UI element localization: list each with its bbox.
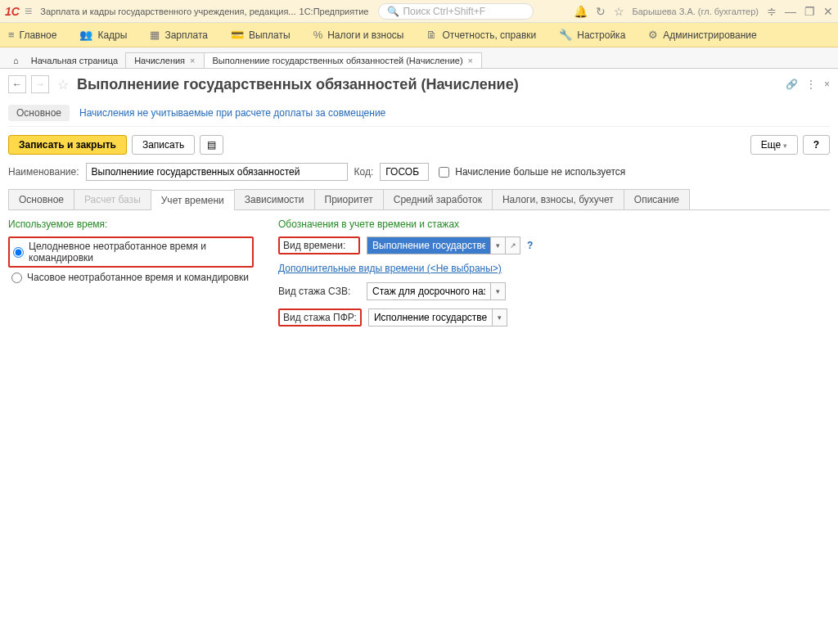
user-label[interactable]: Барышева З.А. (гл. бухгалтер) — [633, 7, 759, 16]
report-button[interactable]: ▤ — [200, 135, 223, 155]
settings-icon[interactable]: ≑ — [767, 5, 777, 18]
tab-content: Используемое время: Целодневное неотрабо… — [8, 210, 830, 644]
label-time-type: Вид времени: — [278, 236, 360, 254]
save-close-button[interactable]: Записать и закрыть — [8, 135, 127, 155]
window-tabs: ⌂ Начальная страница Начисления× Выполне… — [0, 47, 838, 69]
search-input[interactable]: 🔍 Поиск Ctrl+Shift+F — [378, 3, 534, 20]
menu-admin[interactable]: ⚙Администрирование — [648, 29, 756, 41]
label-pfr: Вид стажа ПФР: — [278, 308, 362, 327]
close-icon[interactable]: ✕ — [823, 5, 833, 18]
open-icon[interactable]: ↗ — [505, 237, 520, 254]
subnav-link[interactable]: Начисления не учитываемые при расчете до… — [79, 107, 385, 119]
code-label: Код: — [354, 166, 374, 178]
tab-time[interactable]: Учет времени — [151, 190, 235, 210]
search-icon: 🔍 — [387, 6, 399, 17]
row-pfr: Вид стажа ПФР: ▾ — [278, 308, 533, 327]
star-icon[interactable]: ☆ — [614, 5, 624, 18]
tab-main[interactable]: Основное — [8, 189, 74, 209]
tab-priority[interactable]: Приоритет — [314, 189, 384, 209]
menu-salary[interactable]: ▦Зарплата — [150, 29, 208, 41]
combo-time-type[interactable]: ▾ ↗ — [367, 236, 520, 254]
subnav: Основное Начисления не учитываемые при р… — [8, 100, 830, 127]
menu-reports[interactable]: 🗎Отчетность, справки — [426, 29, 536, 41]
history-icon[interactable]: ↻ — [596, 5, 606, 18]
name-input[interactable] — [86, 163, 348, 181]
bell-icon[interactable]: 🔔 — [574, 5, 588, 18]
home-icon: ⌂ — [13, 56, 19, 65]
save-button[interactable]: Записать — [132, 135, 195, 155]
dropdown-icon[interactable]: ▾ — [490, 237, 505, 254]
titlebar: 1C ≡ Зарплата и кадры государственного у… — [0, 0, 838, 23]
menu-hr[interactable]: 👥Кадры — [79, 29, 127, 41]
label-szv: Вид стажа СЗВ: — [278, 286, 360, 297]
page-header: ← → ☆ Выполнениие государственных обязан… — [8, 75, 830, 93]
close-page-icon[interactable]: × — [824, 79, 830, 90]
help-button[interactable]: ? — [803, 135, 830, 155]
tab-base[interactable]: Расчет базы — [74, 189, 151, 209]
app-title: Зарплата и кадры государственного учрежд… — [40, 7, 368, 16]
combo-szv[interactable]: ▾ — [367, 282, 506, 300]
close-icon[interactable]: × — [468, 56, 473, 65]
menu-payments[interactable]: 💳Выплаты — [231, 29, 291, 41]
kebab-icon[interactable]: ⋮ — [806, 79, 816, 90]
link-extra-time[interactable]: Дополнительные виды времени (<Не выбраны… — [278, 263, 502, 274]
form-line: Наименование: Код: Начисление больше не … — [8, 163, 830, 189]
forward-button[interactable]: → — [31, 75, 49, 93]
dropdown-icon[interactable]: ▾ — [492, 309, 507, 326]
link-icon[interactable]: 🔗 — [786, 79, 798, 90]
main-menu: ≡Главное 👥Кадры ▦Зарплата 💳Выплаты %Нало… — [0, 23, 838, 47]
logo-1c: 1C — [5, 5, 20, 18]
dropdown-icon[interactable]: ▾ — [490, 283, 505, 299]
combo-pfr[interactable]: ▾ — [368, 308, 507, 327]
maximize-icon[interactable]: ❐ — [804, 5, 815, 18]
unused-checkbox[interactable]: Начисление больше не используется — [435, 164, 625, 180]
radio-daily[interactable]: Целодневное неотработанное время и коман… — [8, 236, 254, 268]
toolbar: Записать и закрыть Записать ▤ Еще ? — [8, 127, 830, 163]
back-button[interactable]: ← — [8, 75, 26, 93]
hamburger-icon[interactable]: ≡ — [25, 4, 32, 19]
left-section-title: Используемое время: — [8, 218, 254, 230]
favorite-icon[interactable]: ☆ — [57, 77, 69, 92]
code-input[interactable] — [380, 163, 429, 181]
wintab-accruals[interactable]: Начисления× — [125, 52, 204, 68]
wintab-current[interactable]: Выполнениие государственных обязанностей… — [204, 52, 483, 68]
menu-taxes[interactable]: %Налоги и взносы — [313, 29, 404, 41]
menu-main[interactable]: ≡Главное — [8, 29, 56, 41]
tab-deps[interactable]: Зависимости — [234, 189, 315, 209]
menu-settings[interactable]: 🔧Настройка — [559, 29, 625, 41]
more-button[interactable]: Еще — [750, 135, 798, 155]
subnav-main[interactable]: Основное — [8, 105, 70, 121]
wintab-home[interactable]: ⌂ Начальная страница — [5, 53, 126, 68]
tab-taxes[interactable]: Налоги, взносы, бухучет — [492, 189, 624, 209]
name-label: Наименование: — [8, 166, 79, 178]
row-time-type: Вид времени: ▾ ↗ ? — [278, 236, 533, 254]
radio-hourly[interactable]: Часовое неотработанное время и командиро… — [8, 269, 254, 286]
help-icon[interactable]: ? — [527, 240, 533, 251]
right-section-title: Обозначения в учете времени и стажах — [278, 218, 533, 230]
inner-tabs: Основное Расчет базы Учет времени Зависи… — [8, 189, 830, 210]
page-title: Выполнениие государственных обязанностей… — [77, 76, 519, 93]
minimize-icon[interactable]: — — [785, 5, 796, 18]
close-icon[interactable]: × — [190, 56, 195, 65]
tab-avg[interactable]: Средний заработок — [383, 189, 493, 209]
tab-desc[interactable]: Описание — [624, 189, 690, 209]
row-szv: Вид стажа СЗВ: ▾ — [278, 282, 533, 300]
